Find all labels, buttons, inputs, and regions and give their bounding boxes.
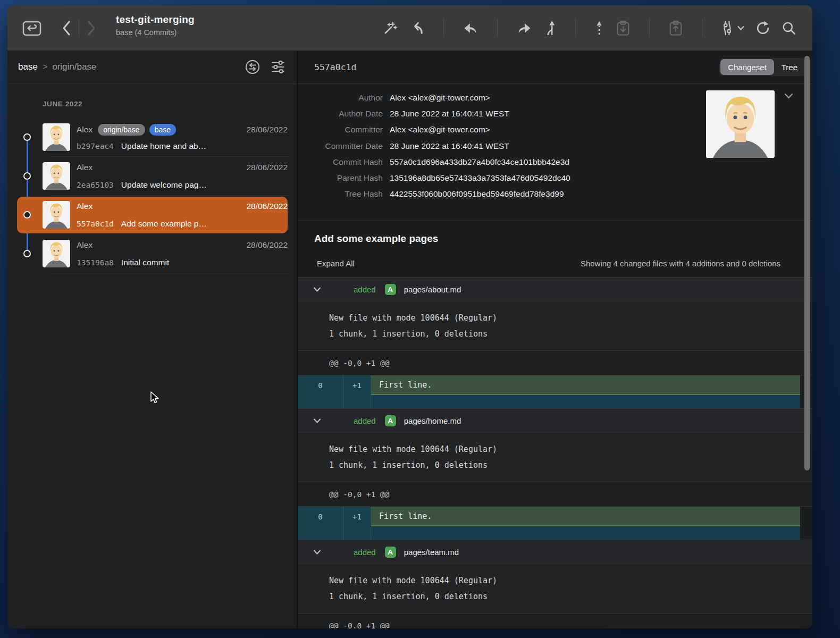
meta-label: Commit Hash <box>298 154 390 170</box>
mouse-cursor <box>150 391 162 406</box>
file-status: added <box>354 548 376 557</box>
file-chunk-info: 1 chunk, 1 insertion, 0 deletions <box>329 326 812 342</box>
toolbar-divider <box>649 19 650 37</box>
commit-date: 28/06/2022 <box>246 202 288 211</box>
diff-added-line[interactable]: 0 +1 First line. <box>298 507 800 526</box>
meta-value: 28 June 2022 at 16:40:41 WEST <box>390 106 509 122</box>
remote-branch-pill[interactable]: origin/base <box>98 124 145 136</box>
window-subtitle: base (4 Commits) <box>116 28 195 37</box>
meta-value: 557a0c1d696a433db27a4b0fc34ce101bbb42e3d <box>390 154 569 170</box>
commit-message: Update welcome pag… <box>121 180 207 190</box>
avatar <box>43 240 70 267</box>
redo-icon[interactable] <box>516 20 533 36</box>
meta-label: Author Date <box>298 106 390 122</box>
added-badge: A <box>385 284 396 295</box>
commit-message-heading: Add some example pages <box>314 233 780 245</box>
added-badge: A <box>385 415 396 426</box>
repo-switch-button[interactable] <box>21 19 43 37</box>
avatar <box>43 201 70 229</box>
author-avatar-large <box>706 90 775 158</box>
discard-icon[interactable] <box>462 20 479 36</box>
avatar <box>43 162 70 190</box>
meta-label: Author <box>298 90 390 106</box>
forward-button[interactable] <box>87 20 96 36</box>
diff-line-text: First line. <box>371 507 800 526</box>
commit-date: 28/06/2022 <box>246 125 288 135</box>
changes-summary: Showing 4 changed files with 4 additions… <box>581 259 780 268</box>
toolbar-divider <box>497 19 498 37</box>
push-icon[interactable] <box>668 20 684 37</box>
commit-hash: b297eac4 <box>77 142 114 150</box>
commit-row[interactable]: Alex 28/06/2022 2ea65103 Update welcome … <box>7 157 297 196</box>
workflow-dropdown[interactable] <box>720 20 744 37</box>
title-bar: test-git-merging base (4 Commits) <box>7 5 812 51</box>
merge-icon[interactable] <box>543 20 557 37</box>
commit-row-selected[interactable]: Alex 28/06/2022 557a0c1d Add some exampl… <box>7 196 297 234</box>
pull-icon[interactable] <box>615 20 631 37</box>
diff-added-line[interactable]: 0 +1 First line. <box>298 375 800 395</box>
file-path: pages/home.md <box>404 416 461 425</box>
chevron-down-icon[interactable] <box>313 418 321 424</box>
collapse-details-chevron[interactable] <box>784 93 793 99</box>
file-info: New file with mode 100644 (Regular) 1 ch… <box>298 301 812 350</box>
diff-empty-row <box>298 395 800 408</box>
breadcrumb-branch[interactable]: base <box>18 62 38 72</box>
commit-row[interactable]: Alex origin/base base 28/06/2022 b297eac… <box>7 118 297 157</box>
toolbar-divider <box>443 19 444 37</box>
meta-label: Tree Hash <box>298 186 390 202</box>
old-line-number: 0 <box>298 375 343 395</box>
file-mode-info: New file with mode 100644 (Regular) <box>329 310 812 326</box>
commit-hash: 135196a8 <box>77 258 114 267</box>
folder-return-icon <box>21 19 43 37</box>
undo-outline-icon[interactable] <box>408 20 425 36</box>
magic-wand-icon[interactable] <box>382 20 398 36</box>
file-header[interactable]: added A pages/home.md <box>298 409 812 432</box>
file-header[interactable]: added A pages/team.md <box>298 540 812 564</box>
meta-value: 4422553f060b006f0951bed59469fedd78fe3d99 <box>390 186 564 202</box>
filter-sliders-icon[interactable] <box>270 59 286 75</box>
meta-value: 28 June 2022 at 16:40:41 WEST <box>390 138 509 154</box>
commit-graph-node <box>23 133 31 141</box>
file-path: pages/about.md <box>404 285 461 294</box>
hunk-header: @@ -0,0 +1 @@ <box>298 350 812 375</box>
history-sidebar: base > origin/base JUNE 2022 <box>7 51 298 628</box>
commit-graph-node <box>23 172 31 180</box>
diff-line-text: First line. <box>371 375 800 395</box>
rebase-icon[interactable] <box>594 20 604 37</box>
search-icon[interactable] <box>782 21 796 36</box>
chevron-down-icon[interactable] <box>313 287 321 292</box>
commit-row[interactable]: Alex 28/06/2022 135196a8 Initial commit <box>7 234 297 273</box>
hunk-header: @@ -0,0 +1 @@ <box>298 613 812 628</box>
old-line-number: 0 <box>298 507 343 526</box>
detail-commit-hash: 557a0c1d <box>314 62 356 72</box>
commit-hash: 557a0c1d <box>77 220 114 228</box>
file-info: New file with mode 100644 (Regular) 1 ch… <box>298 432 812 482</box>
breadcrumb: base > origin/base <box>7 51 297 84</box>
commit-author: Alex <box>77 163 93 172</box>
commit-detail-panel: 557a0c1d Changeset Tree AuthorAlex <alex… <box>298 51 812 628</box>
compare-icon[interactable] <box>245 59 261 75</box>
back-button[interactable] <box>62 20 71 36</box>
meta-value: Alex <alex@git-tower.com> <box>390 90 490 106</box>
file-chunk-info: 1 chunk, 1 insertion, 0 deletions <box>329 589 812 605</box>
breadcrumb-upstream[interactable]: origin/base <box>52 62 96 72</box>
tab-changeset[interactable]: Changeset <box>720 59 774 75</box>
scrollbar-thumb[interactable] <box>804 56 810 471</box>
expand-all-button[interactable]: Expand All <box>317 259 355 268</box>
file-path: pages/team.md <box>404 548 459 557</box>
commit-date: 28/06/2022 <box>246 240 288 250</box>
new-line-number: +1 <box>343 375 371 395</box>
detail-scroll-area[interactable]: AuthorAlex <alex@git-tower.com> Author D… <box>298 84 812 628</box>
month-header: JUNE 2022 <box>43 100 82 108</box>
file-mode-info: New file with mode 100644 (Regular) <box>329 441 812 457</box>
refresh-icon[interactable] <box>755 20 771 36</box>
file-diff-section: added A pages/team.md New file with mode… <box>298 540 812 628</box>
toolbar-divider <box>702 19 702 37</box>
meta-label: Parent Hash <box>298 170 390 186</box>
tab-tree[interactable]: Tree <box>774 59 805 75</box>
file-header[interactable]: added A pages/about.md <box>298 278 812 301</box>
local-branch-pill[interactable]: base <box>149 124 176 136</box>
file-chunk-info: 1 chunk, 1 insertion, 0 deletions <box>329 457 812 473</box>
chevron-down-icon[interactable] <box>313 549 321 555</box>
meta-label: Committer <box>298 122 390 138</box>
